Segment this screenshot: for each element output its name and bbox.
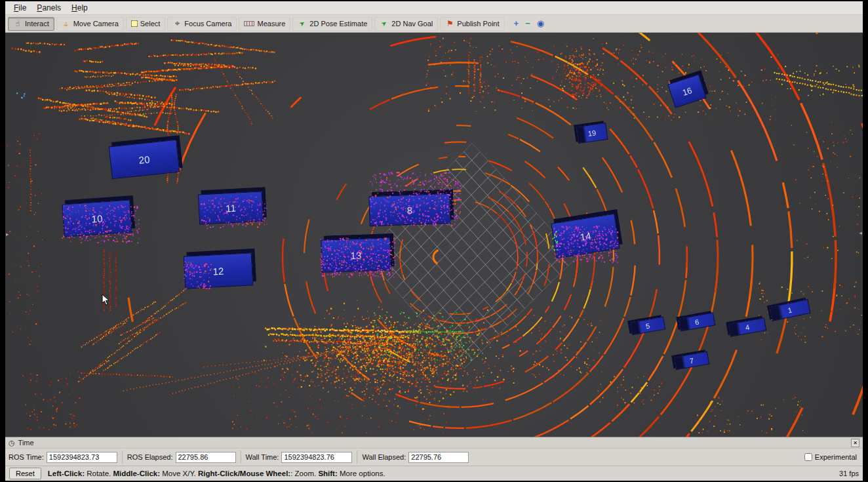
menu-item-file[interactable]: File <box>9 3 31 13</box>
add-display-button[interactable]: + <box>514 19 519 28</box>
reset-button[interactable]: Reset <box>9 468 41 479</box>
tool-label: Measure <box>257 20 285 28</box>
status-help-text: Left-Click: Rotate. Middle-Click: Move X… <box>48 470 385 477</box>
clock-icon: ◷ <box>9 439 15 447</box>
experimental-option: Experimental <box>804 453 859 461</box>
lidar-scene-canvas[interactable] <box>5 33 863 437</box>
3d-viewport: 2010111213814161914657 ▸ ◂ <box>5 33 863 437</box>
experimental-label: Experimental <box>815 453 857 461</box>
tool-label: Move Camera <box>73 20 119 28</box>
field-separator <box>122 451 123 464</box>
menu-item-panels[interactable]: Panels <box>32 3 66 13</box>
time-field-label: ROS Elapsed: <box>127 453 173 461</box>
field-separator <box>241 451 241 464</box>
time-input-ros-time-[interactable] <box>47 452 117 463</box>
time-input-ros-elapsed-[interactable] <box>176 452 236 463</box>
time-input-wall-elapsed-[interactable] <box>408 452 469 463</box>
time-panel-title: Time <box>18 439 34 447</box>
time-field-label: Wall Time: <box>246 453 279 461</box>
time-input-wall-time-[interactable] <box>281 452 352 463</box>
pose-arrow-icon: ➤ <box>296 17 309 30</box>
select-box-icon <box>131 20 138 27</box>
tool-label: Select <box>140 20 161 28</box>
experimental-checkbox[interactable] <box>804 453 812 461</box>
time-panel-header[interactable]: ◷ Time ✕ <box>5 437 863 449</box>
rviz-window: FilePanelsHelp ☝Interact↔↕Move CameraSel… <box>5 1 863 481</box>
time-field-label: ROS Time: <box>9 453 44 461</box>
tool-measure-button[interactable]: Measure <box>239 17 290 31</box>
focus-camera-icon: ⌖ <box>172 19 182 28</box>
right-panel-handle-icon[interactable]: ◂ <box>859 230 862 236</box>
tool-label: Publish Point <box>457 20 499 28</box>
time-panel-close-button[interactable]: ✕ <box>851 439 859 447</box>
nav-arrow-icon: ➤ <box>378 17 391 30</box>
options-button[interactable]: ◉ <box>537 19 544 28</box>
tool-2d-nav-goal-button[interactable]: ➤2D Nav Goal <box>374 17 438 31</box>
tool-2d-pose-estimate-button[interactable]: ➤2D Pose Estimate <box>292 17 372 31</box>
time-field-label: Wall Elapsed: <box>362 453 406 461</box>
time-field: Wall Time: <box>246 452 353 463</box>
menu-bar: FilePanelsHelp <box>5 1 863 14</box>
tool-extras: +−◉ <box>514 19 545 28</box>
mouse-cursor-icon <box>102 294 112 308</box>
time-field: ROS Elapsed: <box>127 452 236 463</box>
remove-display-button[interactable]: − <box>525 19 530 28</box>
time-panel: ◷ Time ✕ ROS Time:ROS Elapsed:Wall Time:… <box>5 437 863 466</box>
menu-item-help[interactable]: Help <box>67 3 92 13</box>
publish-pin-icon: ⚑ <box>445 19 454 28</box>
interact-hand-icon: ☝ <box>13 19 22 28</box>
tool-focus-camera-button[interactable]: ⌖Focus Camera <box>167 17 237 31</box>
tool-label: Focus Camera <box>184 20 231 28</box>
field-separator <box>357 451 357 464</box>
time-field: ROS Time: <box>9 452 117 463</box>
tool-publish-point-button[interactable]: ⚑Publish Point <box>440 17 504 31</box>
tool-interact-button[interactable]: ☝Interact <box>8 17 54 31</box>
tool-label: Interact <box>25 20 49 28</box>
tool-label: 2D Pose Estimate <box>309 20 367 28</box>
time-field: Wall Elapsed: <box>362 452 469 463</box>
time-fields: ROS Time:ROS Elapsed:Wall Time:Wall Elap… <box>5 449 863 466</box>
fps-counter: 31 fps <box>839 470 859 477</box>
tool-buttons: ☝Interact↔↕Move CameraSelect⌖Focus Camer… <box>8 17 505 31</box>
toolbar: ☝Interact↔↕Move CameraSelect⌖Focus Camer… <box>5 14 863 33</box>
measure-ruler-icon <box>244 21 254 26</box>
tool-label: 2D Nav Goal <box>391 20 433 28</box>
tool-move-camera-button[interactable]: ↔↕Move Camera <box>56 17 124 31</box>
move-camera-icon: ↔↕ <box>62 19 71 28</box>
tool-select-button[interactable]: Select <box>126 17 166 31</box>
status-bar: Reset Left-Click: Rotate. Middle-Click: … <box>5 466 863 481</box>
left-panel-handle-icon[interactable]: ▸ <box>6 231 9 237</box>
